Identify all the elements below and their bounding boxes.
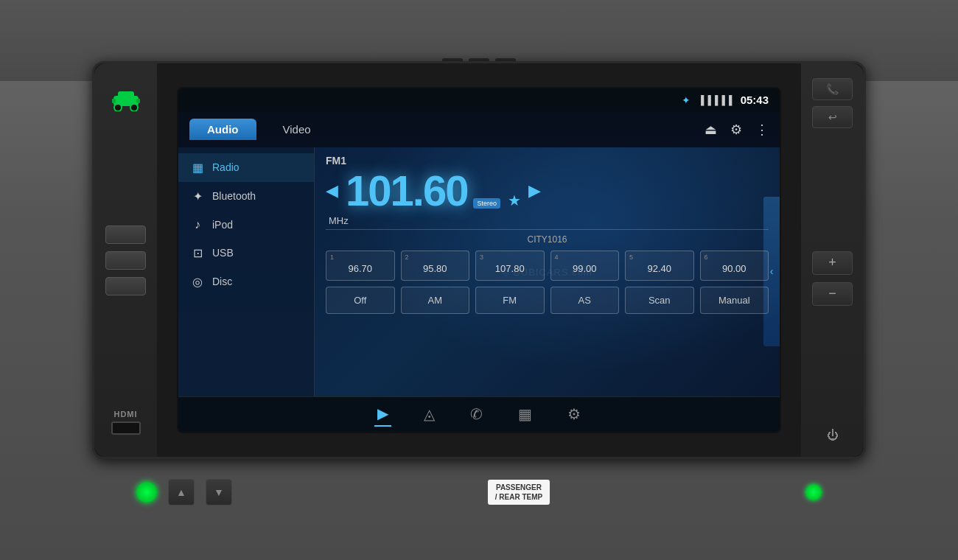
bottom-icon-apps[interactable]: ▦ xyxy=(515,402,535,426)
presets-row: 196.70295.803107.80499.00592.40690.00 xyxy=(326,251,769,281)
indicator-green-right xyxy=(805,484,822,500)
menu-item-usb[interactable]: ⊡ USB xyxy=(178,239,314,267)
controls-row: OffAMFMASScanManual xyxy=(326,287,769,314)
preset-freq: 107.80 xyxy=(479,263,541,274)
menu-item-disc[interactable]: ◎ Disc xyxy=(178,267,314,296)
nav-icons: ⏏ ⚙ ⋮ xyxy=(704,122,769,138)
control-button-fm[interactable]: FM xyxy=(475,287,545,314)
freq-next-button[interactable]: ▶ xyxy=(528,181,541,200)
bottom-right-buttons xyxy=(805,484,822,500)
svg-rect-1 xyxy=(118,91,134,99)
bottom-icon-play[interactable]: ▶ xyxy=(374,402,391,427)
more-icon[interactable]: ⋮ xyxy=(755,122,769,138)
signal-icon: ▐▐▐▐▐ xyxy=(698,95,733,105)
preset-button-4[interactable]: 499.00 xyxy=(550,251,620,281)
volume-up-button[interactable]: + xyxy=(812,251,853,275)
arrow-down-button[interactable]: ▼ xyxy=(206,479,232,505)
control-button-am[interactable]: AM xyxy=(401,287,470,314)
menu-item-ipod-label: iPod xyxy=(212,219,233,231)
preset-num: 4 xyxy=(555,253,559,261)
bluetooth-icon: ✦ xyxy=(682,94,690,106)
menu-item-usb-label: USB xyxy=(212,247,234,259)
unit-frame: HDMI ✦ ▐▐▐▐▐ 05:43 Audio Video ⏏ xyxy=(92,61,866,459)
menu-item-disc-label: Disc xyxy=(212,276,232,287)
favorite-icon[interactable]: ★ xyxy=(508,192,521,209)
control-button-off[interactable]: Off xyxy=(326,287,395,314)
right-top-buttons: 📞 ↩ xyxy=(812,78,853,128)
left-buttons xyxy=(105,225,146,295)
car-status-icon xyxy=(108,85,144,111)
stereo-badge: Stereo xyxy=(473,198,500,209)
preset-button-3[interactable]: 3107.80 xyxy=(475,251,545,281)
svg-rect-5 xyxy=(136,99,140,103)
car-unit: HDMI ✦ ▐▐▐▐▐ 05:43 Audio Video ⏏ xyxy=(0,0,958,560)
bluetooth-menu-icon: ✦ xyxy=(190,189,205,203)
menu-item-bluetooth[interactable]: ✦ Bluetooth xyxy=(178,182,314,211)
mhz-label: MHz xyxy=(329,215,349,226)
back-home-button[interactable]: ↩ xyxy=(812,106,853,128)
hdmi-label: HDMI xyxy=(113,410,137,419)
usb-menu-icon: ⊡ xyxy=(190,246,205,260)
preset-button-5[interactable]: 592.40 xyxy=(625,251,694,281)
arrow-up-button[interactable]: ▲ xyxy=(168,479,195,505)
screen-container: ✦ ▐▐▐▐▐ 05:43 Audio Video ⏏ ⚙ ⋮ xyxy=(157,63,801,457)
freq-prev-button[interactable]: ◀ xyxy=(326,181,338,200)
svg-point-2 xyxy=(114,104,122,111)
bottom-icon-phone[interactable]: ✆ xyxy=(467,402,486,426)
preset-num: 6 xyxy=(704,253,708,261)
eject-icon[interactable]: ⏏ xyxy=(704,122,717,138)
disc-icon: ◎ xyxy=(190,275,205,289)
tab-video[interactable]: Video xyxy=(271,119,323,140)
bottom-icon-nav[interactable]: ◬ xyxy=(421,402,438,426)
preset-button-1[interactable]: 196.70 xyxy=(326,251,395,281)
hdmi-port xyxy=(111,421,141,435)
preset-freq: 99.00 xyxy=(554,263,616,274)
right-center-buttons: + − xyxy=(812,251,853,306)
passenger-temp-label: PASSENGER / REAR TEMP xyxy=(488,480,550,505)
control-button-as[interactable]: AS xyxy=(550,287,620,314)
control-button-scan[interactable]: Scan xyxy=(625,287,694,314)
svg-point-3 xyxy=(130,104,138,111)
menu-item-ipod[interactable]: ♪ iPod xyxy=(178,211,314,239)
preset-num: 5 xyxy=(629,253,633,261)
menu-item-bluetooth-label: Bluetooth xyxy=(212,190,256,202)
sidebar-menu: ▦ Radio ✦ Bluetooth ♪ iPod ⊡ xyxy=(178,147,315,396)
left-btn-3[interactable] xyxy=(105,277,146,295)
freq-underline xyxy=(326,229,769,230)
preset-num: 3 xyxy=(480,253,483,261)
control-button-manual[interactable]: Manual xyxy=(700,287,769,314)
preset-button-2[interactable]: 295.80 xyxy=(401,251,470,281)
preset-freq: 90.00 xyxy=(704,263,766,274)
preset-freq: 92.40 xyxy=(629,263,690,274)
minus-icon: − xyxy=(828,286,836,301)
left-btn-2[interactable] xyxy=(105,251,146,270)
ipod-icon: ♪ xyxy=(190,218,205,231)
plus-icon: + xyxy=(828,255,836,270)
preset-button-6[interactable]: 690.00 xyxy=(700,251,769,281)
menu-item-radio[interactable]: ▦ Radio xyxy=(178,153,314,182)
band-label: FM1 xyxy=(326,155,769,167)
phone-button[interactable]: 📞 xyxy=(812,78,853,100)
station-name: CITY1016 xyxy=(326,234,769,245)
bottom-left-buttons: ▲ ▼ xyxy=(136,479,232,505)
screen: ✦ ▐▐▐▐▐ 05:43 Audio Video ⏏ ⚙ ⋮ xyxy=(177,87,781,433)
radio-icon: ▦ xyxy=(190,161,205,175)
bottom-panel: ▲ ▼ PASSENGER / REAR TEMP xyxy=(92,463,866,522)
right-panel: 📞 ↩ + − ⏻ xyxy=(801,63,864,457)
top-nav: Audio Video ⏏ ⚙ ⋮ xyxy=(178,112,780,147)
radio-panel: © DUBICARS.com FM1 ◀ 101.60 Stereo ★ ▶ xyxy=(315,147,780,396)
frequency-display: 101.60 xyxy=(346,169,467,212)
usb-port-icon: ⏻ xyxy=(827,429,839,442)
bottom-icon-settings[interactable]: ⚙ xyxy=(564,402,584,426)
frequency-row: ◀ 101.60 Stereo ★ ▶ ‹ xyxy=(326,169,769,212)
left-panel: HDMI xyxy=(94,63,157,457)
main-content: ▦ Radio ✦ Bluetooth ♪ iPod ⊡ xyxy=(178,147,780,396)
preset-num: 1 xyxy=(330,253,334,261)
preset-num: 2 xyxy=(405,253,409,261)
phone-icon: 📞 xyxy=(826,83,839,95)
volume-down-button[interactable]: − xyxy=(812,282,853,306)
settings-icon: ⚙ xyxy=(730,122,742,138)
menu-item-radio-label: Radio xyxy=(212,161,240,173)
left-btn-1[interactable] xyxy=(105,225,146,244)
tab-audio[interactable]: Audio xyxy=(189,119,256,140)
